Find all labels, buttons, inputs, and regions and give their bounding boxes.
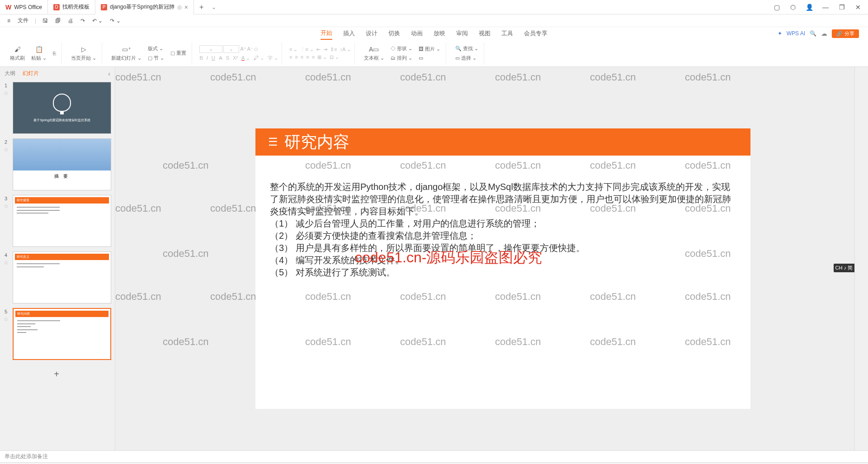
- section-button[interactable]: ▢ 节 ⌄: [146, 54, 166, 62]
- share-button[interactable]: 🔗 分享: [832, 29, 859, 38]
- select-button[interactable]: ▭ 选择 ⌄: [453, 54, 480, 62]
- notes-area[interactable]: 单击此处添加备注: [0, 450, 868, 462]
- font-size-selector[interactable]: ⌄: [223, 45, 239, 53]
- align-vert-icon[interactable]: ⊡ ⌄: [330, 54, 339, 60]
- bold-icon[interactable]: B: [199, 55, 203, 61]
- font-color-arrow[interactable]: A ⌄: [241, 55, 250, 61]
- layout-button[interactable]: 版式 ⌄: [146, 44, 166, 53]
- export-icon[interactable]: ↷: [78, 17, 88, 25]
- ribbon-tab-slideshow[interactable]: 放映: [434, 28, 445, 39]
- increase-indent-icon[interactable]: ⇥: [323, 47, 327, 52]
- slide-thumbnail-4[interactable]: 4☆ 研究意义 ▬▬▬▬▬▬▬▬▬▬▬▬▬▬▬▬▬▬▬▬▬▬▬▬▬▬▬▬▬▬▬: [2, 251, 111, 303]
- fill-icon[interactable]: ▭: [417, 54, 442, 62]
- slide-canvas-area[interactable]: ☰ 研究内容 整个的系统的开发运用Python技术，django框架，以及MyS…: [115, 67, 854, 450]
- close-window-button[interactable]: ✕: [852, 1, 864, 14]
- slides-sidebar: 大纲 幻灯片 ‹ 1☆ 基于Spring的新冠肺炎疫情实时监控系统 2☆: [0, 67, 115, 450]
- font-selector[interactable]: ⌄: [199, 45, 222, 53]
- ribbon-tab-tools[interactable]: 工具: [501, 28, 513, 39]
- arrange-button[interactable]: 🗂 排列 ⌄: [389, 54, 414, 62]
- textbox-button[interactable]: A▭ 文本框 ⌄: [362, 44, 386, 62]
- ime-indicator[interactable]: CH ♪ 简: [834, 264, 855, 272]
- tab-wps-office[interactable]: W WPS Office: [0, 0, 48, 14]
- menu-icon[interactable]: ≡: [5, 17, 13, 25]
- tab-daoke[interactable]: D 找稻壳模板: [48, 0, 95, 14]
- slide-thumbnail-3[interactable]: 3☆ 研究背景 ▬▬▬▬▬▬▬▬▬▬▬▬▬▬▬▬▬▬▬▬▬▬▬▬▬▬▬▬▬▬▬▬…: [2, 195, 111, 247]
- ribbon-tab-transition[interactable]: 切换: [388, 28, 400, 39]
- minimize-button[interactable]: —: [819, 1, 832, 14]
- undo-icon[interactable]: ↶ ⌄: [90, 17, 105, 25]
- format-painter-button[interactable]: 🖌 格式刷: [8, 44, 27, 62]
- clear-format-icon[interactable]: ◇: [254, 46, 258, 52]
- wps-ai-button[interactable]: WPS AI: [787, 30, 805, 37]
- ribbon-tab-animation[interactable]: 动画: [411, 28, 423, 39]
- tab-document[interactable]: P django基于Spring的新冠肺 ◎ ×: [95, 0, 194, 14]
- slide-thumbnail-5[interactable]: 5☆ 研究内容 ▬▬▬▬▬▬▬▬▬▬▬▬▬▬▬▬▬▬▬▬▬▬▬▬▬▬▬▬▬▬▬▬…: [2, 308, 111, 360]
- slide-content[interactable]: ☰ 研究内容 整个的系统的开发运用Python技术，django框架，以及MyS…: [255, 128, 750, 409]
- star-icon[interactable]: ☆: [4, 147, 9, 153]
- bullets-icon[interactable]: ≡ ⌄: [289, 47, 297, 52]
- text-effect-icon[interactable]: 字 ⌄: [268, 55, 278, 62]
- underline-icon[interactable]: U: [212, 55, 215, 61]
- save-icon[interactable]: 🖫: [40, 17, 51, 25]
- shapes-button[interactable]: ◇ 形状 ⌄: [389, 44, 414, 53]
- star-icon[interactable]: ☆: [4, 260, 9, 266]
- text-direction-icon[interactable]: ↕A ⌄: [340, 47, 350, 52]
- add-slide-button[interactable]: +: [2, 365, 111, 384]
- highlight-icon[interactable]: 🖍 ⌄: [254, 55, 264, 61]
- collapse-sidebar-icon[interactable]: ‹: [108, 70, 110, 77]
- cube-icon[interactable]: ⬡: [787, 1, 799, 14]
- redo-icon[interactable]: ↷ ⌄: [107, 17, 123, 25]
- find-button[interactable]: 🔍 查找 ⌄: [453, 44, 480, 53]
- italic-icon[interactable]: I: [207, 55, 208, 61]
- new-slide-button[interactable]: ▭⁺ 新建幻灯片 ⌄: [109, 44, 143, 62]
- pictures-button[interactable]: 🖼 图片 ⌄: [417, 45, 442, 53]
- ribbon-tab-insert[interactable]: 插入: [343, 28, 355, 39]
- textbox-icon: A▭: [369, 45, 378, 54]
- ribbon-tab-vip[interactable]: 会员专享: [524, 28, 547, 39]
- play-from-current-button[interactable]: ▷ 当页开始 ⌄: [69, 44, 98, 62]
- add-tab-button[interactable]: +: [194, 3, 209, 11]
- maximize-button[interactable]: ❐: [835, 1, 848, 14]
- copy-icon[interactable]: ⎘: [51, 50, 58, 57]
- account-icon[interactable]: 👤: [803, 1, 816, 14]
- close-icon[interactable]: ×: [184, 4, 188, 11]
- ribbon-tab-view[interactable]: 视图: [479, 28, 491, 39]
- ribbon-tab-design[interactable]: 设计: [366, 28, 377, 39]
- file-menu[interactable]: 文件: [15, 16, 31, 25]
- paste-button[interactable]: 📋 粘贴 ⌄: [29, 44, 48, 62]
- tab-menu-icon[interactable]: ◎: [177, 4, 182, 10]
- slides-tab[interactable]: 幻灯片: [23, 70, 39, 77]
- outline-tab[interactable]: 大纲: [5, 70, 15, 77]
- align-right-icon[interactable]: ≡: [301, 54, 303, 60]
- align-dist-icon[interactable]: ≡: [312, 54, 315, 60]
- align-left-icon[interactable]: ≡: [289, 54, 292, 60]
- print-preview-icon[interactable]: 🖨: [65, 17, 76, 25]
- increase-font-icon[interactable]: A⁺: [240, 46, 246, 52]
- align-justify-icon[interactable]: ≡: [306, 54, 309, 60]
- ribbon-tab-start[interactable]: 开始: [321, 27, 332, 40]
- box-icon[interactable]: ▢: [770, 1, 783, 14]
- tab-dropdown-icon[interactable]: ⌄: [212, 4, 216, 10]
- star-icon[interactable]: ☆: [4, 90, 9, 96]
- columns-icon[interactable]: ⊞ ⌄: [317, 54, 327, 60]
- slides-panel[interactable]: 1☆ 基于Spring的新冠肺炎疫情实时监控系统 2☆ 摘 要: [0, 80, 115, 450]
- reset-button[interactable]: ▢ 重置: [169, 49, 188, 57]
- star-icon[interactable]: ☆: [4, 316, 9, 322]
- line-spacing-icon[interactable]: ⇕≡: [330, 47, 337, 52]
- numbering-icon[interactable]: ⋮≡ ⌄: [300, 47, 313, 52]
- search-icon[interactable]: 🔍: [810, 30, 816, 37]
- align-center-icon[interactable]: ≡: [295, 54, 297, 60]
- status-bar: ✨ 智能美化 ≡ 备注 💬 批注 ▭ ⊞ ▣ ▷: [0, 462, 868, 464]
- ribbon-tab-review[interactable]: 审阅: [456, 28, 468, 39]
- cloud-icon[interactable]: ☁: [821, 30, 827, 37]
- decrease-indent-icon[interactable]: ⇤: [316, 47, 321, 52]
- strike-icon[interactable]: S: [226, 55, 229, 61]
- strikethrough-icon[interactable]: A̶: [219, 55, 222, 61]
- decrease-font-icon[interactable]: A⁻: [247, 46, 253, 52]
- slide-thumbnail-2[interactable]: 2☆ 摘 要: [2, 138, 111, 190]
- print-icon[interactable]: 🗐: [52, 17, 63, 25]
- slide-thumbnail-1[interactable]: 1☆ 基于Spring的新冠肺炎疫情实时监控系统: [2, 82, 111, 134]
- right-properties-sidebar[interactable]: [854, 67, 868, 450]
- star-icon[interactable]: ☆: [4, 203, 9, 209]
- superscript-icon[interactable]: X²: [233, 55, 238, 61]
